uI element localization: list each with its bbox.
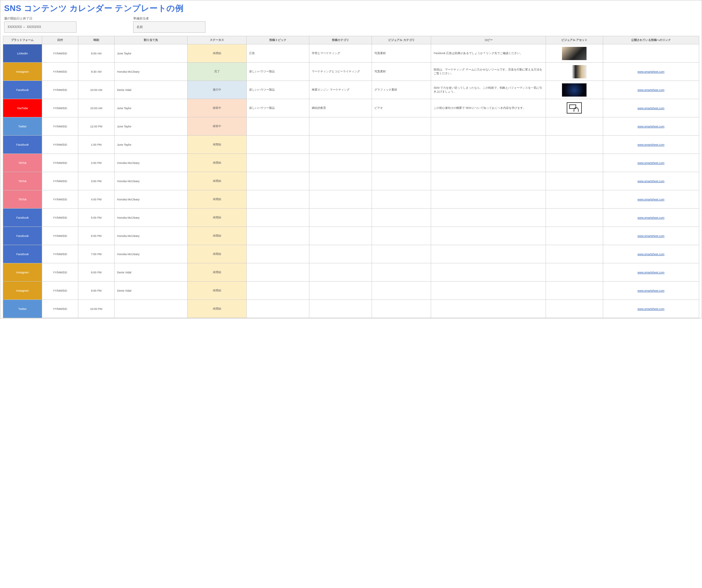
owner-value: 名前 [137, 25, 143, 29]
time-cell: 12:00 PM [78, 117, 114, 136]
table-body: LinkedInYY/MM/DD8:00 AMJune Taylor未開始広告学… [3, 44, 699, 318]
post-link[interactable]: www.smartsheet.com [637, 234, 665, 238]
platform-cell: YouTube [3, 99, 42, 117]
platform-cell: Facebook [3, 245, 42, 263]
week-input[interactable]: XX/XX/XX ～ XX/XX/XX [4, 21, 77, 33]
time-cell: 9:00 PM [78, 281, 114, 300]
status-cell: 未開始 [188, 190, 247, 209]
status-cell: 未開始 [188, 44, 247, 63]
asset-cell [546, 117, 603, 136]
post-link[interactable]: www.smartsheet.com [637, 125, 665, 128]
owner-input[interactable]: 名前 [133, 21, 206, 33]
link-cell: www.smartsheet.com [603, 190, 699, 209]
table-row: TikTokYY/MM/DD2:00 PMHonoka McCleary未開始w… [3, 154, 699, 172]
platform-cell: Instagram [3, 263, 42, 281]
table-row: FacebookYY/MM/DD7:00 PMHonoka McCleary未開… [3, 245, 699, 263]
asset-cell [546, 154, 603, 172]
copy-cell [431, 263, 546, 281]
post-link[interactable]: www.smartsheet.com [637, 271, 665, 274]
topic-cell [247, 300, 309, 318]
post-link[interactable]: www.smartsheet.com [637, 180, 665, 183]
status-cell: 未開始 [188, 154, 247, 172]
platform-cell: Facebook [3, 209, 42, 227]
copy-cell [431, 136, 546, 154]
category-cell [309, 172, 372, 190]
page-title: SNS コンテンツ カレンダー テンプレートの例 [4, 3, 699, 14]
col-header-0: プラットフォーム [3, 36, 42, 44]
time-cell: 1:00 PM [78, 136, 114, 154]
category-cell [309, 190, 372, 209]
date-cell: YY/MM/DD [42, 117, 78, 136]
week-value: XX/XX/XX ～ XX/XX/XX [8, 25, 41, 29]
link-cell: www.smartsheet.com [603, 136, 699, 154]
post-link[interactable]: www.smartsheet.com [637, 143, 665, 146]
asset-cell [546, 245, 603, 263]
post-link[interactable]: www.smartsheet.com [637, 253, 665, 256]
table-row: TwitterYY/MM/DD10:00 PM未開始www.smartsheet… [3, 300, 699, 318]
post-link[interactable]: www.smartsheet.com [637, 161, 665, 164]
asset-cell [546, 227, 603, 245]
date-cell: YY/MM/DD [42, 300, 78, 318]
table-row: TwitterYY/MM/DD12:00 PMJune Taylor保留中www… [3, 117, 699, 136]
status-cell: 完了 [188, 63, 247, 81]
table-row: FacebookYY/MM/DD6:00 PMHonoka McCleary未開… [3, 227, 699, 245]
status-cell: 未開始 [188, 263, 247, 281]
asset-cell [546, 172, 603, 190]
week-field: 週の開始日と終了日 XX/XX/XX ～ XX/XX/XX [4, 16, 77, 33]
visual-category-cell: 写真素材 [372, 44, 431, 63]
col-header-7: ビジュアル カテゴリ [372, 36, 431, 44]
status-cell: 未開始 [188, 209, 247, 227]
date-cell: YY/MM/DD [42, 63, 78, 81]
asset-cell [546, 99, 603, 117]
asset-cell [546, 136, 603, 154]
post-link[interactable]: www.smartsheet.com [637, 88, 665, 92]
table-row: InstagramYY/MM/DD8:00 PMDenis Vidal未開始ww… [3, 263, 699, 281]
post-link[interactable]: www.smartsheet.com [637, 216, 665, 219]
link-cell: www.smartsheet.com [603, 81, 699, 99]
date-cell: YY/MM/DD [42, 263, 78, 281]
status-cell: 保留中 [188, 99, 247, 117]
copy-cell [431, 281, 546, 300]
copy-cell [431, 227, 546, 245]
category-cell: 継続的教育 [309, 99, 372, 117]
assignee-cell: June Taylor [114, 117, 187, 136]
platform-cell: Facebook [3, 227, 42, 245]
topic-cell: 新しいハウツー製品 [247, 81, 309, 99]
col-header-5: 投稿トピック [247, 36, 309, 44]
link-cell: www.smartsheet.com [603, 209, 699, 227]
time-cell: 5:00 PM [78, 209, 114, 227]
copy-cell [431, 190, 546, 209]
platform-cell: TikTok [3, 172, 42, 190]
topic-cell: 新しいハウツー製品 [247, 99, 309, 117]
status-cell: 保留中 [188, 117, 247, 136]
status-cell: 未開始 [188, 245, 247, 263]
visual-category-cell [372, 263, 431, 281]
assignee-cell: Honoka McCleary [114, 227, 187, 245]
header-fields: 週の開始日と終了日 XX/XX/XX ～ XX/XX/XX 準備担当者 名前 [4, 16, 699, 33]
post-link[interactable]: www.smartsheet.com [637, 198, 665, 201]
col-header-9: ビジュアル アセット [546, 36, 603, 44]
table-row: YouTubeYY/MM/DD10:00 AMJune Taylor保留中新しい… [3, 99, 699, 117]
post-link[interactable]: www.smartsheet.com [637, 289, 665, 292]
topic-cell [247, 209, 309, 227]
assignee-cell: Honoka McCleary [114, 172, 187, 190]
table-row: TikTokYY/MM/DD3:00 PMHonoka McCleary未開始w… [3, 172, 699, 190]
assignee-cell: Denis Vidal [114, 263, 187, 281]
col-header-4: ステータス [188, 36, 247, 44]
date-cell: YY/MM/DD [42, 99, 78, 117]
visual-category-cell: ビデオ [372, 99, 431, 117]
link-cell: www.smartsheet.com [603, 172, 699, 190]
visual-category-cell: グラフィック素材 [372, 81, 431, 99]
time-cell: 8:30 AM [78, 63, 114, 81]
post-link[interactable]: www.smartsheet.com [637, 107, 665, 110]
post-link[interactable]: www.smartsheet.com [637, 307, 665, 311]
col-header-8: コピー [431, 36, 546, 44]
category-cell: 検索エンジン マーケティング [309, 81, 372, 99]
copy-cell: 投稿は、マーケティング チームに欠かせないツールです。言葉を行動に変える方法をご… [431, 63, 546, 81]
time-cell: 2:00 PM [78, 154, 114, 172]
table-row: FacebookYY/MM/DD5:00 PMHonoka McCleary未開… [3, 209, 699, 227]
post-link[interactable]: www.smartsheet.com [637, 70, 665, 73]
platform-cell: Instagram [3, 63, 42, 81]
assignee-cell: June Taylor [114, 136, 187, 154]
asset-wireframe-icon [567, 102, 582, 114]
